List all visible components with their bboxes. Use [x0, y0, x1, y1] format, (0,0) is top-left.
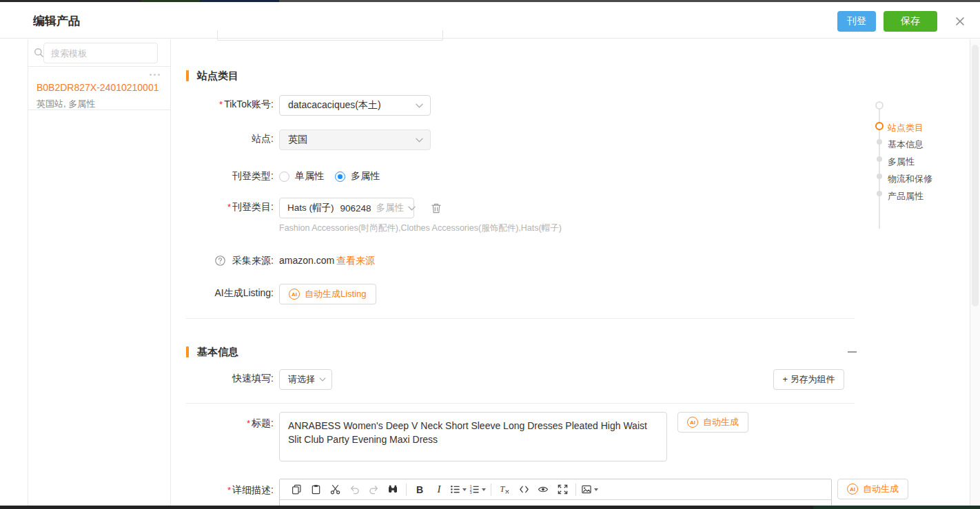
- category-path: Fashion Accessories(时尚配件),Clothes Access…: [279, 222, 562, 234]
- title-textarea[interactable]: ANRABESS Women's Deep V Neck Short Sleev…: [279, 412, 667, 461]
- toolbar-separator: [575, 484, 576, 496]
- ai-icon: AI: [847, 484, 858, 495]
- form-main: 站点类目 *TikTok账号: datacacaciques(本土) 站点: 英…: [171, 39, 970, 509]
- template-search: [28, 39, 170, 66]
- section-divider: [186, 403, 855, 404]
- step-navigation: 站点类目 基本信息 多属性 物流和保修 产品属性: [870, 96, 959, 276]
- radio-unchecked-icon[interactable]: [279, 172, 289, 182]
- category-select[interactable]: Hats (帽子) 906248 多属性: [279, 198, 414, 218]
- quick-fill-select[interactable]: 请选择: [279, 369, 332, 390]
- clear-format-icon[interactable]: T: [496, 481, 513, 498]
- bottom-edge-strip: [0, 506, 980, 509]
- template-code[interactable]: B0B2DR827X-24010210001: [37, 82, 162, 93]
- undo-icon[interactable]: [346, 481, 363, 498]
- editor-toolbar: B I 123 T: [280, 479, 831, 500]
- svg-text:3: 3: [470, 490, 472, 495]
- preview-eye-icon[interactable]: [535, 481, 551, 498]
- section-bar: [186, 346, 189, 357]
- paste-icon[interactable]: [307, 481, 324, 498]
- template-meta: 英国站, 多属性: [37, 98, 162, 110]
- radio-checked-icon[interactable]: [335, 172, 345, 182]
- step-node-product-attribute[interactable]: [877, 191, 882, 196]
- code-view-icon[interactable]: [515, 481, 532, 498]
- caret-down-icon: [482, 488, 486, 491]
- tiktok-account-select[interactable]: datacacaciques(本土): [279, 95, 431, 116]
- save-as-component-button[interactable]: + 另存为组件: [773, 369, 844, 390]
- required-mark: *: [247, 418, 250, 428]
- chevron-down-icon: [416, 138, 423, 143]
- scrollbar-thumb[interactable]: [972, 45, 979, 307]
- step-node-multi-attribute[interactable]: [877, 156, 882, 162]
- step-multi-attribute[interactable]: 多属性: [888, 156, 915, 168]
- step-node-site-category[interactable]: [875, 122, 884, 130]
- step-product-attribute[interactable]: 产品属性: [888, 190, 923, 202]
- chevron-down-icon: [408, 206, 416, 211]
- auto-generate-title-button[interactable]: AI 自动生成: [677, 412, 748, 433]
- image-icon[interactable]: [581, 481, 598, 498]
- close-icon[interactable]: [954, 15, 966, 28]
- caret-down-icon: [594, 488, 598, 491]
- step-logistics[interactable]: 物流和保修: [888, 173, 932, 185]
- template-sidebar: B0B2DR827X-24010210001 英国站, 多属性: [28, 39, 171, 506]
- auto-generate-description-button[interactable]: AI 自动生成: [837, 479, 908, 499]
- toolbar-separator: [491, 484, 491, 496]
- redo-icon[interactable]: [365, 481, 382, 498]
- bold-icon[interactable]: B: [411, 481, 428, 498]
- fullscreen-icon[interactable]: [554, 481, 571, 498]
- chevron-down-icon: [319, 377, 326, 382]
- cut-icon[interactable]: [327, 481, 343, 498]
- required-mark: *: [227, 485, 231, 495]
- svg-text:T: T: [500, 484, 505, 494]
- copy-icon[interactable]: [288, 481, 305, 498]
- required-mark: *: [227, 202, 231, 212]
- page-title: 编辑产品: [33, 13, 80, 29]
- site-select[interactable]: 英国: [279, 129, 431, 150]
- publish-button[interactable]: 刊登: [837, 11, 876, 32]
- save-button[interactable]: 保存: [884, 11, 937, 32]
- delete-category-icon[interactable]: [431, 202, 442, 214]
- toolbar-separator: [406, 484, 407, 496]
- section-divider: [186, 318, 855, 319]
- source-value: amazon.com: [279, 255, 334, 266]
- item-more-menu-icon[interactable]: [147, 72, 162, 78]
- ai-generate-listing-button[interactable]: AI 自动生成Listing: [279, 284, 376, 304]
- modal-header: 编辑产品 刊登 保存: [0, 2, 980, 39]
- search-icon: [34, 48, 44, 58]
- template-list-item[interactable]: B0B2DR827X-24010210001 英国站, 多属性: [28, 66, 170, 110]
- scrolled-input-remnant: [217, 30, 443, 41]
- step-node-basic-info[interactable]: [877, 139, 882, 145]
- description-editor: B I 123 T: [279, 479, 832, 509]
- ai-icon: AI: [687, 417, 698, 428]
- step-site-category[interactable]: 站点类目: [888, 122, 923, 134]
- section-bar: [186, 70, 189, 81]
- caret-down-icon: [462, 488, 467, 491]
- bulleted-list-icon[interactable]: [450, 481, 467, 498]
- search-input[interactable]: [43, 43, 158, 63]
- required-mark: *: [219, 99, 223, 110]
- collapse-section-icon[interactable]: [848, 351, 857, 353]
- step-basic-info[interactable]: 基本信息: [888, 138, 923, 151]
- view-source-link[interactable]: 查看来源: [336, 255, 375, 267]
- chevron-down-icon: [416, 103, 423, 108]
- radio-multi-attribute[interactable]: 多属性: [335, 170, 380, 183]
- step-node-top: [875, 101, 884, 110]
- scrollbar-track[interactable]: [970, 39, 980, 506]
- step-node-logistics[interactable]: [877, 174, 882, 179]
- edit-product-modal: 编辑产品 刊登 保存 B0B2DR827X-24010210001 英国站, 多…: [0, 0, 980, 509]
- numbered-list-icon[interactable]: 123: [469, 481, 486, 498]
- radio-single-attribute[interactable]: 单属性: [279, 170, 324, 183]
- ai-icon: AI: [289, 289, 300, 300]
- find-replace-icon[interactable]: [385, 481, 401, 498]
- italic-icon[interactable]: I: [431, 481, 447, 498]
